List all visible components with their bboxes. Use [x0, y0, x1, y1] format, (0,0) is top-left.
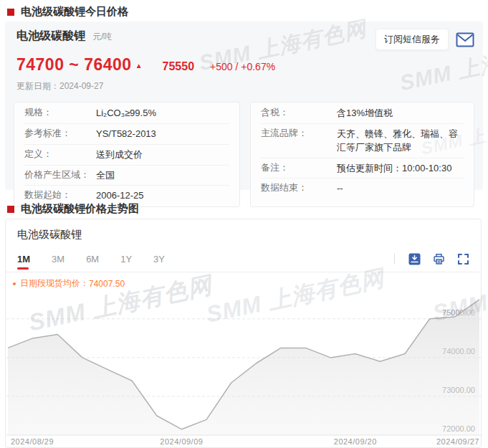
trend-chart-canvas[interactable]: 72000.0073000.0074000.0075000.002024/08/… — [6, 292, 481, 448]
table-row: 数据结束： -- — [261, 178, 464, 199]
red-square-bullet-icon — [7, 206, 14, 213]
subscribe-sms-button[interactable]: 订阅短信服务 — [375, 29, 449, 50]
price-unit: 元/吨 — [92, 31, 112, 43]
chart-product-title: 电池级碳酸锂 — [17, 228, 481, 242]
table-row: 主流品牌： 天齐、赣锋、雅化、瑞福、容汇等厂家旗下品牌 — [261, 123, 464, 158]
spec-info-table: 规格： Li₂CO₃≥99.5% 参考标准： YS/T582-2013 定义： … — [14, 102, 240, 207]
tabs-divider-line — [6, 272, 481, 272]
chart-area[interactable]: 72000.0073000.0074000.0075000.002024/08/… — [6, 292, 481, 448]
price-range: 74700 ~ 76400 — [16, 55, 132, 75]
print-icon[interactable] — [433, 253, 445, 265]
tab-3y[interactable]: 3Y — [153, 254, 165, 264]
trend-chart-section-title: 电池级碳酸锂价格走势图 — [7, 202, 139, 216]
today-price-section-title: 电池级碳酸锂今日价格 — [7, 5, 128, 19]
trend-chart-card: 电池级碳酸锂 1M 3M 6M 1Y 3Y — [5, 219, 482, 448]
tab-3m[interactable]: 3M — [52, 254, 64, 264]
table-row: 参考标准： YS/T582-2013 — [24, 123, 229, 144]
section1-title-text: 电池级碳酸锂今日价格 — [21, 5, 128, 19]
tab-6m[interactable]: 6M — [86, 254, 99, 264]
update-date: 更新日期：2024-09-27 — [14, 80, 474, 92]
save-image-icon[interactable] — [408, 253, 421, 265]
legend-value: 74007.50 — [89, 279, 125, 289]
toolbar-divider — [394, 254, 395, 264]
tax-brand-info-table: 含税： 含13%增值税 主流品牌： 天齐、赣锋、雅化、瑞福、容汇等厂家旗下品牌 … — [250, 102, 474, 207]
svg-text:2024/09/27: 2024/09/27 — [436, 437, 479, 446]
red-square-bullet-icon — [7, 9, 14, 16]
period-tabs: 1M 3M 6M 1Y 3Y — [17, 251, 469, 267]
svg-text:2024/09/09: 2024/09/09 — [160, 437, 203, 446]
chart-legend[interactable]: 日期段现货均价：74007.50 — [13, 277, 481, 290]
section2-title-text: 电池级碳酸锂价格走势图 — [21, 202, 139, 216]
table-row: 定义： 送到成交价 — [24, 144, 229, 165]
legend-dot-icon — [13, 282, 16, 285]
table-row: 备注： 预估更新时间：10:00-10:30 — [261, 158, 464, 178]
average-price: 75550 — [163, 60, 195, 73]
svg-text:2024/08/29: 2024/08/29 — [11, 437, 54, 446]
tab-1m[interactable]: 1M — [17, 254, 30, 264]
product-name: 电池级碳酸锂 — [14, 29, 85, 44]
table-row: 规格： Li₂CO₃≥99.5% — [24, 103, 229, 123]
mail-icon[interactable] — [456, 32, 474, 47]
legend-label: 日期段现货均价： — [20, 277, 89, 290]
today-price-card: 电池级碳酸锂 元/吨 订阅短信服务 74700 ~ 76400 ▲ 75550 … — [5, 22, 483, 190]
svg-text:2024/09/20: 2024/09/20 — [334, 437, 377, 446]
tab-1y[interactable]: 1Y — [120, 254, 132, 264]
price-up-arrow-icon: ▲ — [135, 62, 143, 70]
price-row: 74700 ~ 76400 ▲ 75550 +500 / +0.67% — [14, 55, 474, 75]
table-row: 含税： 含13%增值税 — [261, 103, 464, 123]
fullscreen-icon[interactable] — [457, 253, 469, 265]
price-change: +500 / +0.67% — [210, 61, 275, 72]
table-row: 价格产生区域： 全国 — [24, 165, 229, 186]
